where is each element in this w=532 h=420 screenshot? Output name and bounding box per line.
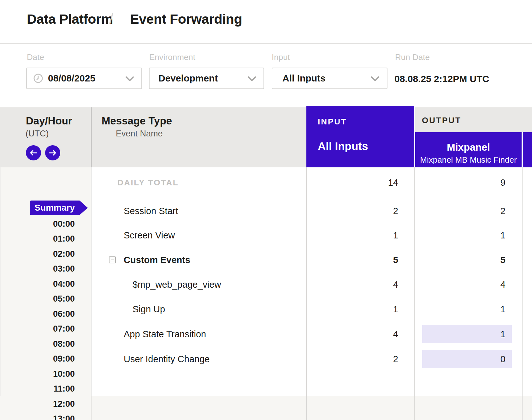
event-row-label: $mp_web_page_view: [133, 279, 221, 290]
page-title: Event Forwarding: [130, 11, 242, 27]
hour-row-01[interactable]: 01:00: [37, 234, 75, 244]
chevron-down-icon: [371, 76, 379, 83]
hour-row-12[interactable]: 12:00: [37, 399, 75, 409]
event-row-label: App State Transition: [124, 328, 206, 340]
event-row-input: 2: [393, 353, 398, 365]
chevron-down-icon: [126, 76, 134, 83]
event-row-label: Session Start: [124, 205, 178, 217]
hour-row-00[interactable]: 00:00: [37, 219, 75, 229]
run-date-label: Run Date: [395, 52, 430, 62]
table-footer-band: [0, 396, 532, 420]
event-row-input: 1: [393, 303, 398, 315]
event-row-output: 2: [500, 205, 505, 217]
output-column-subtitle: Mixpanel MB Music Finder: [415, 155, 522, 165]
environment-dropdown[interactable]: Development: [149, 68, 264, 89]
chevron-down-icon: [248, 76, 256, 83]
input-column-title: All Inputs: [318, 140, 368, 153]
hour-row-05[interactable]: 05:00: [37, 294, 75, 304]
hour-row-04[interactable]: 04:00: [37, 279, 75, 289]
previous-day-button[interactable]: [26, 145, 41, 160]
event-row-output: 1: [500, 303, 505, 315]
input-dropdown[interactable]: All Inputs: [272, 68, 387, 89]
hour-row-08[interactable]: 08:00: [37, 339, 75, 349]
event-row-input: 2: [393, 205, 398, 217]
input-label: Input: [272, 52, 290, 62]
hour-row-02[interactable]: 02:00: [37, 249, 75, 259]
summary-row-badge[interactable]: Summary: [30, 201, 80, 215]
event-row-input: 1: [393, 230, 398, 241]
output-eyebrow: OUTPUT: [422, 116, 461, 125]
next-output-column-partial: [523, 132, 532, 167]
event-row-input: 4: [393, 279, 398, 290]
event-row-output: 1: [500, 328, 505, 340]
output-column-header[interactable]: Mixpanel Mixpanel MB Music Finder: [415, 132, 522, 167]
event-row-output: 0: [500, 353, 505, 365]
event-row-input: 5: [393, 254, 398, 266]
hour-row-07[interactable]: 07:00: [37, 324, 75, 334]
event-group-label: Custom Events: [124, 254, 190, 266]
environment-label: Environment: [149, 52, 195, 62]
date-label: Date: [27, 52, 44, 62]
date-dropdown[interactable]: 08/08/2025: [26, 68, 142, 89]
summary-badge-arrow: [80, 201, 88, 215]
highlight-cell-app-state-transition: [422, 325, 512, 343]
column-divider: [522, 167, 523, 420]
clock-icon: [33, 73, 43, 85]
column-divider: [414, 167, 415, 420]
day-hour-header: Day/Hour: [26, 115, 72, 127]
event-row-input: 4: [393, 328, 398, 340]
event-row-output: 4: [500, 279, 505, 290]
collapse-minus-icon[interactable]: [109, 256, 116, 263]
environment-value: Development: [158, 68, 218, 88]
date-value: 08/08/2025: [48, 68, 95, 88]
column-divider: [306, 167, 307, 420]
breadcrumb-parent[interactable]: Data Platform: [27, 11, 113, 27]
event-row-label: Screen View: [124, 230, 175, 241]
daily-total-input-value: 14: [388, 177, 398, 188]
highlight-cell-user-identity-change: [422, 350, 512, 368]
column-divider: [91, 167, 92, 420]
event-row-output: 5: [500, 254, 505, 266]
event-row-label: User Identity Change: [124, 353, 210, 365]
daily-total-output-value: 9: [500, 177, 505, 188]
hour-row-10[interactable]: 10:00: [37, 369, 75, 379]
input-value: All Inputs: [282, 68, 326, 88]
column-gap: [522, 132, 523, 167]
daily-total-separator: [91, 198, 532, 198]
input-column-header[interactable]: INPUT All Inputs: [306, 106, 414, 167]
message-type-header: Message Type: [102, 115, 172, 127]
hour-row-13[interactable]: 13:00: [37, 414, 75, 420]
run-date-value: 08.08.25 2:12PM UTC: [394, 73, 489, 85]
breadcrumb-separator: /: [109, 10, 113, 27]
hour-row-03[interactable]: 03:00: [37, 264, 75, 274]
hour-row-11[interactable]: 11:00: [37, 384, 75, 394]
hour-row-06[interactable]: 06:00: [37, 309, 75, 319]
event-row-label: Sign Up: [133, 303, 165, 315]
daily-total-label: DAILY TOTAL: [117, 177, 179, 188]
next-day-button[interactable]: [45, 145, 60, 160]
header-divider: [0, 43, 532, 44]
day-hour-subtitle: (UTC): [26, 129, 49, 138]
event-forwarding-page: Data Platform / Event Forwarding Date En…: [0, 0, 532, 420]
column-gap: [414, 106, 415, 167]
input-eyebrow: INPUT: [318, 117, 347, 126]
event-row-output: 1: [500, 230, 505, 241]
column-divider: [91, 107, 92, 167]
output-column-title: Mixpanel: [415, 141, 522, 153]
hour-row-09[interactable]: 09:00: [37, 354, 75, 364]
message-type-subtitle: Event Name: [116, 129, 163, 138]
